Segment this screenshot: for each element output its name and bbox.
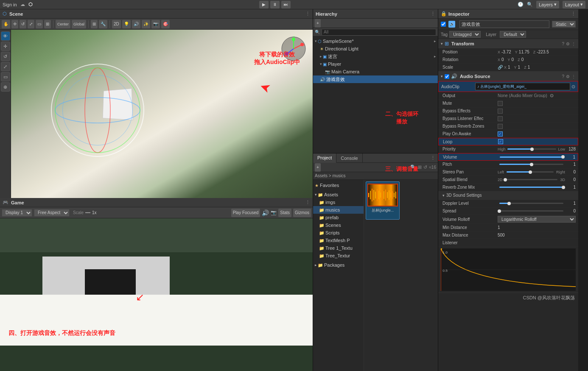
hierarchy-item-samplescene[interactable]: ▾ ⬡ SampleScene* ▸: [313, 37, 438, 45]
transform-header[interactable]: ▾ ⊞ Transform ? ⚙ ⋮: [438, 39, 578, 48]
reverb-slider-track[interactable]: [499, 187, 563, 188]
step-button[interactable]: ⏭: [281, 1, 291, 8]
tree-imgs[interactable]: 📁 imgs: [313, 198, 364, 206]
refresh-icon-p[interactable]: ↺: [423, 165, 427, 170]
screenshot-icon[interactable]: 📷: [271, 210, 277, 215]
hierarchy-item-audio[interactable]: 🔊 游戏音效: [313, 75, 438, 83]
scale-y[interactable]: 1: [518, 65, 521, 70]
audio-menu-icon[interactable]: ⋮: [571, 74, 576, 79]
snap-btn[interactable]: 🔧: [99, 20, 107, 28]
play-focused-btn[interactable]: Play Focused: [231, 209, 260, 217]
layout-dropdown[interactable]: Layout ▾: [563, 1, 585, 8]
spread-slider-track[interactable]: [499, 210, 563, 212]
spread-thumb[interactable]: [498, 209, 501, 213]
audio-btn[interactable]: 🔊: [132, 20, 140, 28]
tree-packages[interactable]: ▸ 📁 Packages: [313, 261, 364, 269]
move-tool[interactable]: ✛: [11, 20, 18, 28]
aspect-dropdown[interactable]: Free Aspect: [34, 209, 70, 217]
output-target-icon[interactable]: ⊙: [550, 93, 554, 98]
object-name-input[interactable]: [459, 20, 549, 28]
tree-treetex[interactable]: 📁 Tree_Textur: [313, 252, 364, 259]
audio-source-header[interactable]: ▾ 🔊 Audio Source ? ⚙ ⋮: [438, 72, 578, 81]
sound3d-header[interactable]: ▾ 3D Sound Settings: [438, 191, 578, 200]
gizmos-scene-btn[interactable]: 🎯: [161, 20, 170, 28]
filter-icon-p[interactable]: ⊞: [418, 165, 422, 170]
tree-scenes[interactable]: 📁 Scenes: [313, 221, 364, 229]
tree-tree1[interactable]: 📁 Tree 1_Textu: [313, 244, 364, 252]
rot-z[interactable]: 0: [521, 57, 524, 62]
stats-btn[interactable]: Stats: [278, 209, 291, 217]
pitch-slider-track[interactable]: [499, 164, 563, 165]
game-menu-icon[interactable]: ⋮: [305, 200, 310, 205]
global-local-btn[interactable]: Global: [72, 20, 86, 28]
pos-x[interactable]: -3.72: [501, 50, 511, 54]
stereo-thumb[interactable]: [529, 170, 532, 174]
play-button[interactable]: ▶: [259, 1, 269, 8]
scene-menu-icon[interactable]: ⋮: [305, 11, 310, 17]
pos-z[interactable]: -223.5: [537, 50, 549, 54]
loop-checkbox[interactable]: ✓: [498, 139, 503, 144]
tree-assets[interactable]: ▾ 📁 Assets: [313, 191, 364, 198]
hierarchy-item-maze[interactable]: ▸ ▣ 迷宫 ▸: [313, 53, 438, 60]
console-tab[interactable]: Console: [336, 153, 362, 163]
priority-thumb[interactable]: [530, 148, 534, 151]
spatial-thumb[interactable]: [504, 178, 507, 181]
doppler-thumb[interactable]: [507, 202, 511, 205]
layers-dropdown[interactable]: Layers ▾: [536, 1, 559, 8]
lock-icon[interactable]: 🔒: [441, 11, 447, 17]
expand-icon[interactable]: ▸: [434, 39, 436, 43]
tree-musics[interactable]: 📁 musics: [313, 206, 364, 214]
scale-z[interactable]: 1: [528, 65, 530, 70]
tree-textmesh[interactable]: 📁 TextMesh P: [313, 237, 364, 244]
gizmos-game-btn[interactable]: Gizmos: [293, 209, 311, 217]
object-active-checkbox[interactable]: [441, 22, 446, 27]
transform-settings[interactable]: ⚙: [566, 42, 570, 46]
scale-tool[interactable]: ⤢: [28, 20, 34, 28]
transform-help[interactable]: ?: [562, 42, 564, 46]
pos-y[interactable]: 11.75: [519, 50, 529, 54]
rot-y[interactable]: 0: [512, 57, 514, 62]
asset-jungle[interactable]: 丛林(jungle...: [366, 181, 400, 220]
spatial-slider-track[interactable]: [505, 179, 558, 180]
hierarchy-search-input[interactable]: [322, 29, 436, 36]
camera-btn[interactable]: 📷: [151, 20, 160, 28]
grid-btn[interactable]: ⊞: [91, 20, 98, 28]
hierarchy-item-player[interactable]: ▾ ▣ Player: [313, 60, 438, 68]
project-menu-icon[interactable]: ⋮: [428, 155, 438, 161]
game-dropdown[interactable]: Display 1: [2, 209, 32, 217]
transform-menu[interactable]: ⋮: [571, 42, 576, 46]
hierarchy-menu-icon[interactable]: ⋮: [431, 11, 435, 17]
scale-x[interactable]: 1: [508, 65, 510, 70]
reverb-thumb[interactable]: [562, 186, 565, 189]
bypass-effects-checkbox[interactable]: [498, 109, 503, 114]
pause-button[interactable]: ⏸: [270, 1, 280, 8]
sign-in-label[interactable]: Sign in: [3, 2, 17, 7]
hierarchy-item-maincam[interactable]: 📷 Main Camera: [313, 68, 438, 75]
rect-tool[interactable]: ▭: [36, 20, 43, 28]
add-asset-btn[interactable]: +: [315, 163, 321, 172]
rotate-tool[interactable]: ↺: [20, 20, 26, 28]
bypass-reverb-checkbox[interactable]: [498, 124, 503, 129]
static-dropdown[interactable]: Static: [552, 21, 576, 28]
audio-mute-icon[interactable]: 🔊: [262, 209, 269, 216]
stereo-slider-track[interactable]: [507, 171, 554, 173]
tree-scripts[interactable]: 📁 Scripts: [313, 229, 364, 237]
audioclip-target-icon[interactable]: ⊙: [571, 84, 575, 89]
volume-slider-track[interactable]: [500, 156, 563, 158]
bypass-listener-checkbox[interactable]: [498, 116, 503, 121]
pitch-thumb[interactable]: [530, 163, 533, 166]
tree-favorites[interactable]: ★ Favorites: [313, 181, 364, 189]
play-on-awake-checkbox[interactable]: ✓: [498, 131, 503, 137]
tree-prefab[interactable]: 📁 prefab: [313, 214, 364, 221]
priority-slider-track[interactable]: [507, 148, 557, 150]
lighting-btn[interactable]: 💡: [122, 20, 131, 28]
audio-source-active[interactable]: [445, 74, 449, 79]
scene-gizmo[interactable]: X Y Z: [281, 36, 306, 61]
center-pivot-btn[interactable]: Center: [56, 20, 70, 28]
hierarchy-item-dirlight[interactable]: ☀ Directional Light: [313, 45, 438, 53]
doppler-slider-track[interactable]: [499, 203, 563, 204]
audio-settings-icon[interactable]: ⚙: [566, 74, 570, 79]
maze-expand[interactable]: ▸: [434, 54, 436, 59]
tag-dropdown[interactable]: Untagged: [449, 31, 481, 38]
rot-x[interactable]: 0: [501, 57, 504, 62]
